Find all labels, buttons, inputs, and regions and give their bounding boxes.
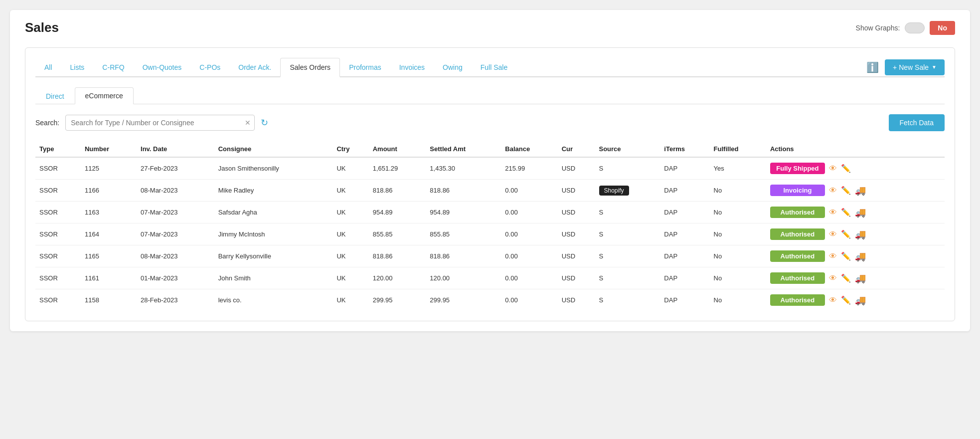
refresh-icon[interactable]: ↻ (261, 117, 268, 128)
ship-icon[interactable]: 🚚 (855, 229, 866, 240)
cell-actions: Fully Shipped 👁 ✏️ (766, 157, 945, 180)
status-badge[interactable]: Authorised (770, 228, 825, 240)
edit-icon[interactable]: ✏️ (841, 208, 851, 217)
ship-icon[interactable]: 🚚 (855, 185, 866, 196)
info-icon[interactable]: ℹ️ (866, 61, 879, 73)
cell-number: 1163 (81, 202, 137, 223)
view-icon[interactable]: 👁 (829, 164, 837, 173)
tab-full-sale[interactable]: Full Sale (472, 58, 516, 77)
col-number: Number (81, 141, 137, 157)
action-icons: Authorised 👁 ✏️ 🚚 (770, 272, 941, 284)
cell-iterms: DAP (660, 289, 709, 311)
cell-iterms: DAP (660, 245, 709, 267)
ship-icon[interactable]: 🚚 (855, 251, 866, 262)
ship-icon[interactable]: 🚚 (855, 273, 866, 284)
cell-settled-amt: 299.95 (426, 289, 501, 311)
action-icons: Authorised 👁 ✏️ 🚚 (770, 250, 941, 262)
tab-invoices[interactable]: Invoices (390, 58, 434, 77)
tab-proformas[interactable]: Proformas (340, 58, 390, 77)
tab-sales-orders[interactable]: Sales Orders (280, 58, 340, 77)
sub-tab-ecommerce[interactable]: eCommerce (75, 87, 134, 104)
tab-all[interactable]: All (35, 58, 61, 77)
edit-icon[interactable]: ✏️ (841, 164, 851, 173)
edit-icon[interactable]: ✏️ (841, 229, 851, 239)
cell-inv-date: 08-Mar-2023 (137, 180, 214, 202)
status-badge[interactable]: Authorised (770, 272, 825, 284)
status-badge[interactable]: Authorised (770, 207, 825, 218)
ship-icon[interactable]: 🚚 (855, 207, 866, 218)
cell-cur: USD (558, 202, 595, 223)
cell-iterms: DAP (660, 267, 709, 289)
cell-cur: USD (558, 180, 595, 202)
cell-source: S (595, 157, 660, 180)
cell-consignee: Barry Kellysonville (214, 245, 333, 267)
cell-type: SSOR (35, 245, 81, 267)
cell-consignee: Jimmy McIntosh (214, 223, 333, 245)
cell-fulfilled: No (710, 202, 766, 223)
view-icon[interactable]: 👁 (829, 296, 837, 305)
cell-type: SSOR (35, 202, 81, 223)
cell-fulfilled: No (710, 245, 766, 267)
col-amount: Amount (369, 141, 426, 157)
tab-lists[interactable]: Lists (61, 58, 94, 77)
col-ctry: Ctry (332, 141, 368, 157)
fetch-data-button[interactable]: Fetch Data (889, 114, 945, 131)
show-graphs-toggle[interactable] (905, 22, 925, 33)
table-row: SSOR 1165 08-Mar-2023 Barry Kellysonvill… (35, 245, 945, 267)
status-badge[interactable]: Authorised (770, 294, 825, 306)
edit-icon[interactable]: ✏️ (841, 273, 851, 283)
show-graphs-area: Show Graphs: No (856, 21, 955, 35)
ship-icon[interactable]: 🚚 (855, 295, 866, 306)
cell-ctry: UK (332, 245, 368, 267)
view-icon[interactable]: 👁 (829, 208, 837, 217)
tab-cpos[interactable]: C-POs (190, 58, 229, 77)
view-icon[interactable]: 👁 (829, 252, 837, 261)
search-label: Search: (35, 119, 59, 127)
status-badge[interactable]: Fully Shipped (770, 163, 825, 174)
cell-settled-amt: 954.89 (426, 202, 501, 223)
cell-consignee: levis co. (214, 289, 333, 311)
cell-amount: 120.00 (369, 267, 426, 289)
cell-settled-amt: 855.85 (426, 223, 501, 245)
edit-icon[interactable]: ✏️ (841, 186, 851, 195)
cell-inv-date: 27-Feb-2023 (137, 157, 214, 180)
sub-tab-direct[interactable]: Direct (35, 87, 75, 104)
action-icons: Authorised 👁 ✏️ 🚚 (770, 207, 941, 218)
cell-balance: 0.00 (501, 223, 557, 245)
tab-order-ack[interactable]: Order Ack. (229, 58, 280, 77)
search-input[interactable] (65, 115, 255, 131)
tab-crfq[interactable]: C-RFQ (93, 58, 133, 77)
cell-type: SSOR (35, 180, 81, 202)
status-badge[interactable]: Invoicing (770, 185, 825, 196)
search-clear-icon[interactable]: ✕ (245, 119, 251, 127)
toggle-no-button[interactable]: No (930, 21, 955, 35)
edit-icon[interactable]: ✏️ (841, 251, 851, 261)
tab-owing[interactable]: Owing (434, 58, 472, 77)
cell-consignee: Mike Radley (214, 180, 333, 202)
cell-source: S (595, 202, 660, 223)
view-icon[interactable]: 👁 (829, 274, 837, 283)
cell-balance: 0.00 (501, 289, 557, 311)
col-inv-date: Inv. Date (137, 141, 214, 157)
view-icon[interactable]: 👁 (829, 186, 837, 195)
tab-own-quotes[interactable]: Own-Quotes (134, 58, 191, 77)
cell-type: SSOR (35, 267, 81, 289)
top-tabs-right: ℹ️ + New Sale ▼ (866, 59, 945, 75)
status-badge[interactable]: Authorised (770, 250, 825, 262)
edit-icon[interactable]: ✏️ (841, 295, 851, 305)
col-settled-amt: Settled Amt (426, 141, 501, 157)
cell-fulfilled: No (710, 223, 766, 245)
view-icon[interactable]: 👁 (829, 230, 837, 239)
cell-amount: 855.85 (369, 223, 426, 245)
show-graphs-label: Show Graphs: (856, 24, 900, 32)
cell-balance: 0.00 (501, 245, 557, 267)
cell-number: 1125 (81, 157, 137, 180)
action-icons: Authorised 👁 ✏️ 🚚 (770, 228, 941, 240)
cell-iterms: DAP (660, 180, 709, 202)
col-source: Source (595, 141, 660, 157)
cell-actions: Authorised 👁 ✏️ 🚚 (766, 223, 945, 245)
new-sale-button[interactable]: + New Sale ▼ (885, 59, 945, 75)
table-row: SSOR 1166 08-Mar-2023 Mike Radley UK 818… (35, 180, 945, 202)
col-fulfilled: Fulfilled (710, 141, 766, 157)
search-input-wrapper: ✕ (65, 115, 255, 131)
